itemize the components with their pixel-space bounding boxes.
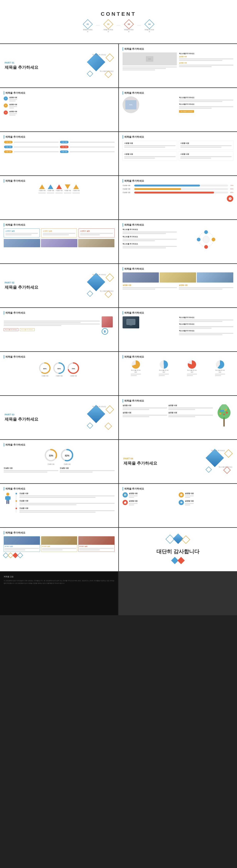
slide14-content: 텍스트를 추가하세요 텍스트를 추가하세요 xyxy=(4,316,114,335)
part01-diamond-sm3 xyxy=(87,71,93,77)
list-item-2: ② 설명할 내용 xyxy=(4,103,114,109)
slide-part03: PART 03 제목을 추가하세요 텍스트를 추가하세요 xyxy=(0,396,118,439)
content-title: CONTENT xyxy=(101,11,136,17)
slide-13: 제목을 추가하세요 설명할 내용 설명할 내용 xyxy=(119,264,237,307)
part01-text: PART 01 제목을 추가하세요 xyxy=(5,61,88,70)
list-icon-2: ② xyxy=(4,103,8,107)
circle-item-3: 70% 사용할 내용 xyxy=(68,362,79,377)
pill-1: 이용 내용 xyxy=(4,141,12,144)
part02-diamond-sm1 xyxy=(106,273,114,282)
progress-2: 진설할 내용 50% xyxy=(123,188,234,190)
bar-3 xyxy=(134,192,228,193)
slide-19: 제목을 추가하세요 설명할 내용 설명할 내용 설명할 내용 xyxy=(119,396,237,439)
list-item-3: ③ 설명할 내용 xyxy=(4,111,114,116)
train-img-3 xyxy=(197,272,233,283)
progress-1: 진설할 내용 70% xyxy=(123,184,234,186)
svg-point-9 xyxy=(203,236,209,243)
pill-5: 이용 내용 xyxy=(4,150,12,153)
slide9-progress: 진설할 내용 70% 진설할 내용 50% 진설할 내용 85% xyxy=(123,184,234,202)
arrow-items: 사용할 내용 사용할 내용 사용할 내용 사용할 내용 사용할 내용 xyxy=(4,184,114,194)
text-block-3: 텍스트를 추가하세요 xyxy=(123,243,177,249)
svg-text:IMG: IMG xyxy=(129,104,132,106)
icon-text-2: 설명할 내용 xyxy=(179,492,233,498)
slide-3: 제목을 추가하세요 IMG 텍스트를 추가하세요 설명할 내용 설명할 내용 xyxy=(119,44,237,87)
part01-diamonds: 텍스트를 추가하세요 텍스트를 추가하세요 xyxy=(88,54,114,78)
arrow-3: 사용할 내용 xyxy=(55,184,63,194)
spinner-2: 텍스트를 추가하세요 xyxy=(159,360,169,377)
box-1: 소개하기 설명 xyxy=(4,228,40,238)
grid-item-2: 사용할 내용 xyxy=(179,141,233,150)
svg-point-33 xyxy=(6,493,9,496)
spinner-1: 텍스트를 추가하세요 xyxy=(131,360,141,377)
svg-point-27 xyxy=(220,410,222,412)
slide-4: 제목을 추가하세요 ① 설명할 내용 ② 설명할 내용 ③ xyxy=(0,88,118,131)
slide10-boxes: 소개하기 설명 소개하기 설명 소개하기 설명 xyxy=(4,228,114,238)
slide22-content: 진설할 내용 진설할 내용 진설할 내용 xyxy=(4,492,114,513)
slide-16: 제목을 추가하세요 60% 사용할 내용 50 xyxy=(0,352,118,395)
text-block-b: 텍스트를 추가하세요 xyxy=(179,323,233,329)
slide-11: 제목을 추가하세요 텍스트를 추가하세요 텍스트를 추가하세요 텍스트를 xyxy=(119,220,237,264)
grid-item-1: 사용할 내용 xyxy=(123,141,177,150)
thankyou-diamonds-bottom xyxy=(172,558,184,563)
slide15-content: 텍스트를 추가하세요 텍스트를 추가하세요 텍스트를 추가하세요 xyxy=(123,316,234,336)
icon-text-4: 설명할 내용 xyxy=(179,500,233,506)
circle-item-2: 50% 사용할 내용 xyxy=(53,362,65,377)
content-items: 01 제목을 추가하세요 02 제목을 추가하세요 03 제목을 추가하세요 xyxy=(83,21,154,33)
pill-6: 이용 내용 xyxy=(60,150,69,153)
slide17-circles: 텍스트를 추가하세요 텍스트를 추가하세요 텍스트를 추가하세요 텍스트를 추가… xyxy=(123,360,234,377)
diamond-4: 04 xyxy=(144,19,154,29)
pill-2: 이용 내용 xyxy=(60,141,69,144)
part04-text: PART 04 제목을 추가하세요 xyxy=(124,457,207,466)
content-item-1: 01 제목을 추가하세요 xyxy=(83,21,93,33)
slide3-content: IMG 텍스트를 추가하세요 설명할 내용 설명할 내용 xyxy=(123,53,234,71)
slide-23: 제목을 추가하세요 설명할 내용 설명할 내용 xyxy=(119,484,237,527)
category-row-2: 이용 내용 이용 내용 xyxy=(4,145,114,149)
svg-rect-37 xyxy=(6,500,7,504)
strip-img-2 xyxy=(41,239,77,247)
slide16-circles: 60% 사용할 내용 50% 사용할 내용 xyxy=(4,360,114,379)
slide13-images xyxy=(123,272,234,283)
slide-6: 제목을 추가하세요 이용 내용 이용 내용 이용 내용 이용 내용 이용 내용 … xyxy=(0,132,118,175)
svg-rect-35 xyxy=(5,496,7,500)
content-item-2: 02 제목을 추가하세요 xyxy=(103,21,113,33)
text-block-c: 텍스트를 추가하세요 xyxy=(179,330,233,335)
tree-diagram xyxy=(215,404,233,429)
timeline-1: 진설할 내용 xyxy=(18,492,114,498)
icon-1 xyxy=(123,492,128,497)
strip-img-3 xyxy=(78,239,114,247)
part03-text: PART 03 제목을 추가하세요 xyxy=(5,413,88,422)
diamond-2: 02 xyxy=(103,19,113,29)
spinner-3: 텍스트를 추가하세요 xyxy=(187,360,197,377)
slide10-images xyxy=(4,239,114,247)
slide23-grid: 설명할 내용 설명할 내용 xyxy=(123,492,234,506)
slide-8: 제목을 추가하세요 사용할 내용 사용할 내용 사용할 내용 사용할 내용 xyxy=(0,176,118,219)
slide-10: 제목을 추가하세요 소개하기 설명 소개하기 설명 소개하기 설명 xyxy=(0,220,118,264)
timeline-2: 진설할 내용 xyxy=(18,500,114,505)
category-row-1: 이용 내용 이용 내용 xyxy=(4,141,114,144)
pct-circle-1: 33% 진설할 내용 xyxy=(44,448,58,465)
icon-4 xyxy=(179,500,184,505)
icon-text-3: 설명할 내용 xyxy=(123,500,177,506)
slide-22: 제목을 추가하세요 진설할 내용 xyxy=(0,484,118,527)
part02-diamond-sm3 xyxy=(87,290,93,297)
arrow-1: 사용할 내용 xyxy=(38,184,46,194)
slide20-circles: 33% 진설할 내용 82% 진설할 내용 xyxy=(4,448,114,465)
card-1: 부가하기 설명 xyxy=(4,536,40,552)
svg-point-25 xyxy=(222,410,224,412)
slide-content: CONTENT 01 제목을 추가하세요 02 제목을 추가하세요 03 제 xyxy=(0,0,237,43)
train-img-1 xyxy=(123,272,159,283)
svg-point-28 xyxy=(223,414,225,415)
progress-3: 진설할 내용 85% xyxy=(123,191,234,193)
pill-4: 이용 내용 xyxy=(60,146,69,148)
part03-diamonds: 텍스트를 추가하세요 xyxy=(88,406,114,430)
slide13-labels: 설명할 내용 설명할 내용 xyxy=(123,284,234,290)
list-icon-1: ① xyxy=(4,96,8,100)
part01-diamond-sm1 xyxy=(106,53,114,62)
text-block-1: 텍스트를 추가하세요 xyxy=(123,228,177,235)
bar-1 xyxy=(134,185,228,186)
slide22-timeline: 진설할 내용 진설할 내용 진설할 내용 xyxy=(15,492,114,513)
slide-17: 제목을 추가하세요 텍스트를 추가하세요 텍스트를 추가하세요 텍스트를 추가하… xyxy=(119,352,237,395)
slide7-grid: 사용할 내용 사용할 내용 사용할 내용 사용할 내용 xyxy=(123,141,234,161)
slide-14: 제목을 추가하세요 텍스트를 추가하세요 텍스트를 추가하세요 xyxy=(0,308,118,351)
slide-thankyou: 대단히 감사합니다 xyxy=(119,528,237,571)
